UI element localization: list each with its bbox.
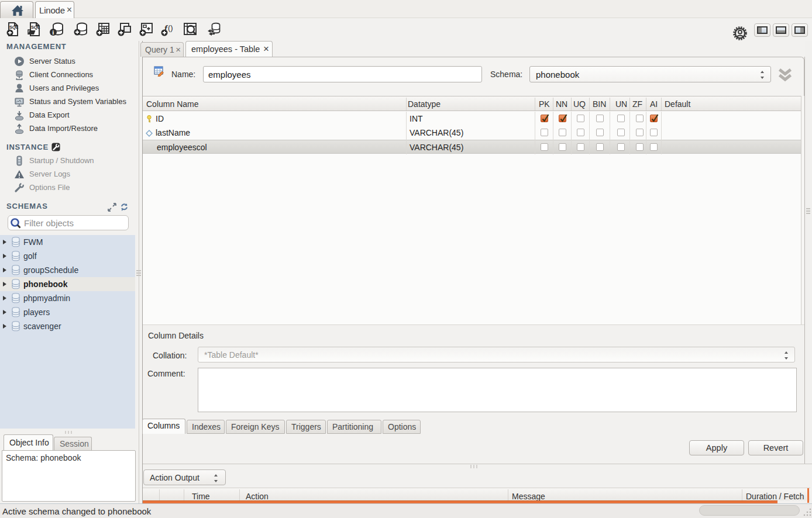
svg-text:SQL: SQL <box>9 25 19 30</box>
svg-text:(): () <box>168 23 173 32</box>
svg-text:i: i <box>52 29 54 36</box>
svg-text:SQL: SQL <box>31 25 40 30</box>
